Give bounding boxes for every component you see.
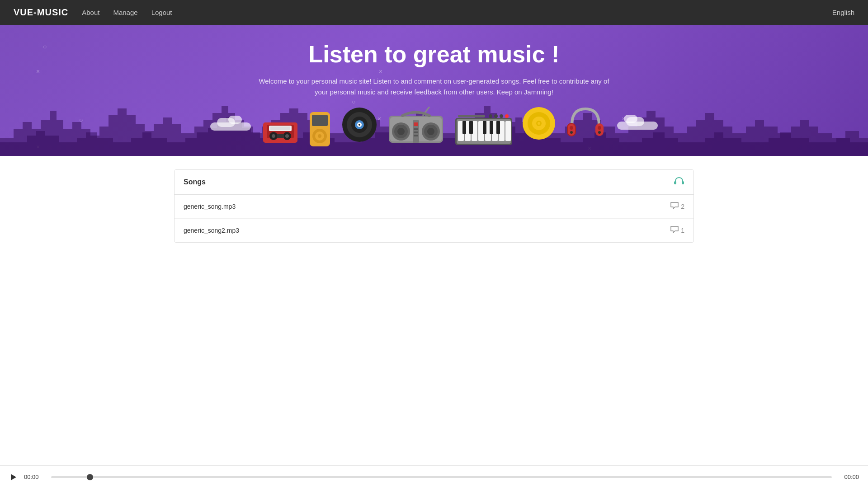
nav-about[interactable]: About <box>82 9 99 16</box>
total-time: 00:00 <box>839 474 859 480</box>
svg-point-55 <box>500 114 503 118</box>
song-comments-2: 1 <box>670 226 684 235</box>
nav-logout[interactable]: Logout <box>151 9 172 16</box>
svg-rect-33 <box>414 128 418 130</box>
song-comment-count-2: 1 <box>681 227 684 234</box>
audio-player: 00:00 00:00 <box>0 465 868 488</box>
svg-rect-71 <box>624 115 637 123</box>
comment-icon-1 <box>670 202 679 211</box>
song-comments-1: 2 <box>670 202 684 211</box>
svg-point-61 <box>538 122 540 125</box>
svg-rect-34 <box>414 131 418 133</box>
nav-manage[interactable]: Manage <box>113 9 137 16</box>
deco-circle-1: ○ <box>43 43 47 50</box>
gold-disc-icon <box>522 107 556 142</box>
headphones-icon-hero <box>565 104 606 142</box>
svg-point-7 <box>272 134 275 138</box>
comment-icon-2 <box>670 226 679 235</box>
deco-cross-3: × <box>379 68 382 75</box>
songs-section: Songs generic_song.mp3 2 generic_song2.m… <box>174 169 694 243</box>
svg-point-54 <box>494 114 498 118</box>
svg-point-66 <box>598 126 601 130</box>
song-row-2[interactable]: generic_song2.mp3 1 <box>175 219 693 242</box>
song-name-1: generic_song.mp3 <box>184 203 236 210</box>
svg-point-30 <box>427 128 434 135</box>
ipod-icon <box>307 111 332 149</box>
svg-point-68 <box>598 131 601 134</box>
cassette-icon <box>262 120 298 147</box>
svg-rect-32 <box>414 122 418 126</box>
keyboard-icon <box>454 111 513 149</box>
svg-rect-48 <box>469 121 473 134</box>
svg-point-16 <box>318 134 321 138</box>
svg-rect-47 <box>462 121 466 134</box>
nav-language[interactable]: English <box>832 9 854 16</box>
svg-point-8 <box>285 134 289 138</box>
deco-cross-1: × <box>36 68 40 75</box>
svg-rect-2 <box>228 116 242 124</box>
music-icons-row <box>208 104 660 151</box>
svg-point-56 <box>505 114 509 118</box>
svg-rect-49 <box>483 121 486 134</box>
songs-section-title: Songs <box>184 178 206 186</box>
svg-marker-74 <box>11 474 16 480</box>
song-name-2: generic_song2.mp3 <box>184 227 239 234</box>
svg-point-27 <box>397 128 405 135</box>
headphones-section-icon <box>674 176 684 188</box>
svg-rect-51 <box>496 121 500 134</box>
svg-rect-73 <box>682 181 684 184</box>
vinyl-icon <box>341 107 377 145</box>
svg-rect-13 <box>312 115 328 126</box>
songs-header: Songs <box>175 170 693 195</box>
svg-point-64 <box>570 126 573 130</box>
svg-rect-50 <box>490 121 493 134</box>
cloud-left-icon <box>208 116 253 133</box>
song-comment-count-1: 2 <box>681 203 684 210</box>
hero-banner: ○ × ○ × × ○ × × × × ○ × Listen to great … <box>0 25 868 156</box>
boombox-icon <box>387 107 445 149</box>
hero-subtitle: Welcome to your personal music site! Lis… <box>253 76 615 98</box>
hero-title: Listen to great music ! <box>309 41 560 68</box>
svg-rect-9 <box>277 134 284 138</box>
current-time: 00:00 <box>24 474 44 480</box>
navbar: VUE-MUSIC About Manage Logout English <box>0 0 868 25</box>
svg-rect-52 <box>458 115 485 117</box>
progress-bar[interactable] <box>51 476 832 478</box>
cloud-right-icon <box>615 115 660 132</box>
svg-rect-11 <box>270 127 290 130</box>
svg-rect-35 <box>414 135 418 136</box>
svg-rect-72 <box>674 181 676 184</box>
nav-left: VUE-MUSIC About Manage Logout <box>14 7 172 18</box>
svg-point-67 <box>570 131 573 134</box>
song-row-1[interactable]: generic_song.mp3 2 <box>175 195 693 219</box>
svg-point-53 <box>489 114 492 118</box>
progress-thumb[interactable] <box>87 474 93 480</box>
svg-point-22 <box>359 124 360 126</box>
play-button[interactable] <box>9 473 17 481</box>
svg-rect-46 <box>505 121 511 141</box>
brand-logo: VUE-MUSIC <box>14 7 68 18</box>
